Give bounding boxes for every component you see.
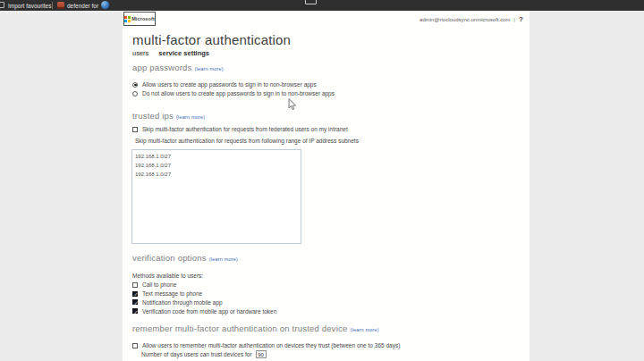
page-title: multi-factor authentication xyxy=(132,32,291,47)
divider: | xyxy=(514,17,516,22)
page-tabs: users service settings xyxy=(132,49,209,57)
subnets-label: Skip multi-factor authentication for req… xyxy=(135,138,359,144)
trust-days-input[interactable] xyxy=(256,350,267,358)
tab-service-settings[interactable]: service settings xyxy=(158,49,209,57)
checkbox-row-remember-device: Allow users to remember multi-factor aut… xyxy=(132,342,400,348)
checkbox-notification-app[interactable] xyxy=(132,299,138,305)
divider xyxy=(52,2,53,9)
checkbox-row-verification-code: Verification code from mobile app or har… xyxy=(132,308,276,315)
microsoft-logo-button[interactable]: Microsoft xyxy=(123,12,156,26)
checkbox-skip-federated[interactable] xyxy=(132,127,138,132)
browser-item-label: Import favourites xyxy=(8,3,51,9)
heading-text: trusted ips xyxy=(132,111,174,121)
radio-row-allow-app-passwords: Allow users to create app passwords to s… xyxy=(132,81,317,88)
screen: Import favourites defender for Microsoft… xyxy=(0,0,644,361)
trust-days-label: Number of days users can trust devices f… xyxy=(141,351,252,357)
browser-item-import-favourites[interactable]: Import favourites xyxy=(8,0,51,11)
browser-item-defender[interactable]: defender for xyxy=(57,0,98,11)
defender-favicon xyxy=(57,2,64,9)
checkbox-row-call-to-phone: Call to phone xyxy=(132,281,176,288)
tab-outline-icon xyxy=(0,2,4,8)
checkbox-label: Text message to phone xyxy=(142,290,202,297)
brand-label: Microsoft xyxy=(131,16,155,21)
checkbox-text-message[interactable] xyxy=(132,291,138,297)
learn-more-link[interactable]: (learn more) xyxy=(351,327,379,332)
learn-more-link[interactable]: (learn more) xyxy=(176,114,205,120)
browser-bar: Import favourites defender for xyxy=(0,0,644,11)
account-area: admin@riocloudsync.onmicrosoft.com | ? xyxy=(419,15,523,23)
learn-more-link[interactable]: (learn more) xyxy=(209,256,238,262)
learn-more-link[interactable]: (learn more) xyxy=(195,66,224,71)
page: Microsoft admin@riocloudsync.onmicrosoft… xyxy=(123,11,530,361)
help-button[interactable]: ? xyxy=(519,15,523,23)
heading-text: remember multi-factor authentication on … xyxy=(132,323,348,333)
section-remember-device-heading: remember multi-factor authentication on … xyxy=(132,323,379,333)
checkbox-label: Verification code from mobile app or har… xyxy=(142,308,276,315)
microsoft-logo-icon xyxy=(124,16,130,21)
section-trusted-ips-heading: trusted ips(learn more) xyxy=(132,111,205,121)
checkbox-label: Call to phone xyxy=(142,281,176,288)
checkbox-row-notification-app: Notification through mobile app xyxy=(132,299,223,306)
browser-item-label: defender for xyxy=(67,3,98,9)
checkbox-call-to-phone[interactable] xyxy=(132,282,138,288)
trust-days-row: Number of days users can trust devices f… xyxy=(141,350,267,358)
checkbox-label: Notification through mobile app xyxy=(142,299,223,306)
radio-label: Do not allow users to create app passwor… xyxy=(142,90,335,97)
radio-label: Allow users to create app passwords to s… xyxy=(142,81,317,88)
methods-label-row: Methods available to users: xyxy=(132,273,203,279)
checkbox-label: Allow users to remember multi-factor aut… xyxy=(142,342,400,348)
tab-users[interactable]: users xyxy=(132,49,148,57)
checkbox-verification-code[interactable] xyxy=(132,308,138,314)
subnets-textarea[interactable]: 192.168.1.0/27 192.168.1.0/27 192.168.1.… xyxy=(131,149,301,244)
window-outline-icon[interactable] xyxy=(305,0,317,4)
section-app-passwords-heading: app passwords(learn more) xyxy=(132,63,224,72)
radio-disallow-app-passwords[interactable] xyxy=(132,91,138,97)
section-verification-options-heading: verification options(learn more) xyxy=(132,253,238,263)
checkbox-label: Skip multi-factor authentication for req… xyxy=(142,126,348,132)
checkbox-row-text-message: Text message to phone xyxy=(132,290,202,297)
account-email[interactable]: admin@riocloudsync.onmicrosoft.com xyxy=(419,17,510,22)
heading-text: verification options xyxy=(132,253,207,263)
globe-favicon xyxy=(101,1,109,9)
methods-label: Methods available to users: xyxy=(132,273,203,279)
checkbox-row-skip-federated: Skip multi-factor authentication for req… xyxy=(132,126,348,132)
radio-row-disallow-app-passwords: Do not allow users to create app passwor… xyxy=(132,90,335,97)
heading-text: app passwords xyxy=(132,63,192,72)
radio-allow-app-passwords[interactable] xyxy=(132,82,138,88)
checkbox-remember-device[interactable] xyxy=(132,343,138,348)
